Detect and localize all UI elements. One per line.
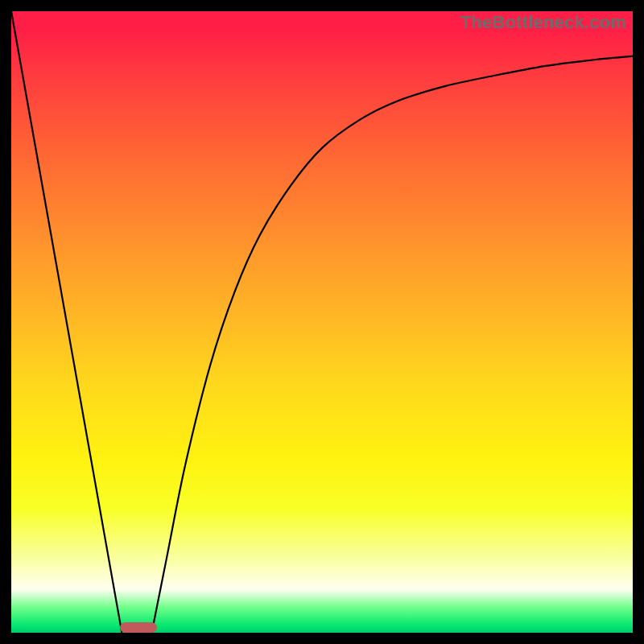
curves-svg bbox=[11, 11, 633, 633]
ascending-curve bbox=[151, 56, 633, 633]
bottleneck-marker bbox=[120, 622, 157, 633]
plot-area bbox=[11, 11, 633, 633]
chart-container: TheBottleneck.com bbox=[0, 0, 644, 644]
descending-line bbox=[11, 11, 122, 633]
